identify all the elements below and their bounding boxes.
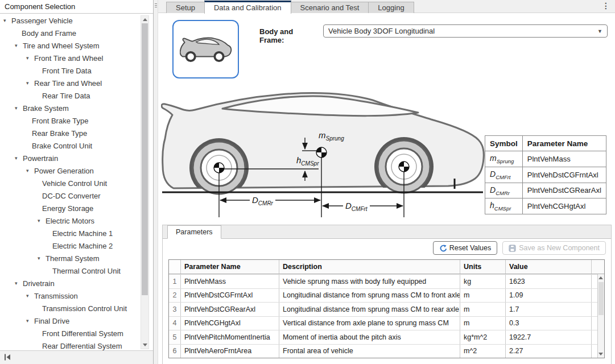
tree-item-transmission[interactable]: ▾Transmission [0,289,139,302]
tab-data-and-calibration[interactable]: Data and Calibration [204,1,291,14]
description-cell: Longitudinal distance from sprung mass C… [279,303,460,316]
parameter-row-plntvehcghgtaxl[interactable]: 4PlntVehCGHgtAxlVertical distance from a… [169,316,604,330]
collapse-panel-icon[interactable] [3,353,12,362]
save-as-new-component-button[interactable]: Save as New Component [502,241,606,255]
sidebar-title: Component Selection [0,0,153,14]
expand-collapse-arrow-icon[interactable]: ▾ [26,318,34,324]
parameter-row-plntvehmass[interactable]: 1PlntVehMassVehicle sprung mass with bod… [169,274,604,288]
tree-item-rear-brake-type[interactable]: Rear Brake Type [0,127,139,139]
tree-item-thermal-system[interactable]: ▾Thermal System [0,252,139,264]
tree-item-passenger-vehicle[interactable]: ▾Passenger Vehicle [0,14,139,27]
panel-splitter[interactable] [154,0,158,364]
tree-item-front-brake-type[interactable]: Front Brake Type [0,114,139,127]
symbol-cell: DCMFrt [485,167,523,183]
value-cell[interactable]: 2.27 [506,345,592,358]
body-and-frame-dropdown[interactable]: Vehicle Body 3DOF Longitudinal ▼ [323,24,608,38]
tab-scenario-and-test[interactable]: Scenario and Test [291,2,369,13]
tree-item-electric-motors[interactable]: ▾Electric Motors [0,214,139,227]
scroll-up-icon[interactable] [143,18,147,21]
tree-item-rear-tire-data[interactable]: Rear Tire Data [0,89,139,102]
expand-collapse-arrow-icon[interactable]: ▾ [15,106,23,111]
expand-collapse-arrow-icon[interactable]: ▾ [26,56,34,61]
tree-item-front-tire-and-wheel[interactable]: ▾Front Tire and Wheel [0,52,139,64]
parameter-row-plntvehdstcgfrntaxl[interactable]: 2PlntVehDstCGFrntAxlLongitudinal distanc… [169,288,604,303]
vehicle-thumbnail-card[interactable] [172,20,239,78]
tree-item-energy-storage[interactable]: Energy Storage [0,202,139,214]
expand-collapse-arrow-icon[interactable]: ▾ [38,218,46,224]
symbol-cell: mSprung [485,151,523,167]
tree-item-transmission-control-unit[interactable]: Transmission Control Unit [0,302,139,315]
reset-values-button[interactable]: Reset Values [433,241,497,255]
scrollbar-thumb[interactable] [599,282,604,315]
tab-setup[interactable]: Setup [166,2,205,13]
parameters-panel: Parameters Reset Values [162,225,612,364]
parameter-row-plntvehpitchmomentinertia[interactable]: 5PlntVehPitchMomentInertiaMoment of iner… [169,330,604,344]
expand-collapse-arrow-icon[interactable]: ▾ [15,156,23,161]
tree-item-label: Electric Machine 2 [52,242,113,250]
expand-collapse-arrow-icon[interactable]: ▾ [26,81,34,86]
scroll-up-icon[interactable] [599,276,603,279]
parameter-table-scrollbar[interactable] [597,274,604,358]
parameter-row-plntvehdstcgrearaxl[interactable]: 3PlntVehDstCGRearAxlLongitudinal distanc… [169,302,604,316]
scrollbar-thumb[interactable] [142,23,148,295]
scroll-down-icon[interactable] [599,353,603,355]
parameter-name-cell: PlntVehDstCGRearAxl [181,303,279,316]
tree-item-front-differential-system[interactable]: Front Differential System [0,327,139,340]
tree-item-label: Transmission Control Unit [42,304,127,313]
parameter-row-plntvehaerofrntarea[interactable]: 6PlntVehAeroFrntAreaFrontal area of vehi… [169,344,604,358]
value-cell[interactable]: 1.09 [506,289,592,303]
value-cell[interactable]: 1.7 [506,303,592,316]
value-cell[interactable]: 0.3 [506,317,592,330]
tree-item-label: Thermal System [46,254,100,263]
tree-item-vehicle-control-unit[interactable]: Vehicle Control Unit [0,177,139,189]
tree-item-brake-control-unit[interactable]: Brake Control Unit [0,139,139,152]
overflow-menu-icon[interactable]: ⋮ [602,1,610,10]
column-header-value: Value [506,260,592,274]
tab-logging[interactable]: Logging [368,2,414,13]
tree-item-rear-tire-and-wheel[interactable]: ▾Rear Tire and Wheel [0,77,139,89]
expand-collapse-arrow-icon[interactable]: ▾ [15,281,23,286]
component-tree: ▾Passenger VehicleBody and Frame▾Tire an… [0,14,139,350]
tree-item-label: Rear Tire Data [42,92,90,100]
expand-collapse-arrow-icon[interactable]: ▾ [38,256,46,261]
tree-item-electric-machine-2[interactable]: Electric Machine 2 [0,239,139,252]
tree-item-drivetrain[interactable]: ▾Drivetrain [0,277,139,289]
expand-collapse-arrow-icon[interactable]: ▾ [26,168,34,173]
tree-item-body-and-frame[interactable]: Body and Frame [0,27,139,39]
tree-item-label: Powertrain [23,154,58,163]
row-number-cell: 2 [169,289,181,303]
tree-item-brake-system[interactable]: ▾Brake System [0,102,139,114]
symbol-parameter-table: SymbolParameter Name mSprungPlntVehMassD… [485,135,606,214]
tree-item-power-generation[interactable]: ▾Power Generation [0,164,139,177]
expand-collapse-arrow-icon[interactable]: ▾ [26,293,34,299]
tree-item-final-drive[interactable]: ▾Final Drive [0,315,139,327]
column-header-parameter-name: Parameter Name [181,260,279,274]
tree-item-powertrain[interactable]: ▾Powertrain [0,152,139,164]
save-icon [509,245,516,252]
description-cell: Moment of inertia about the pitch axis [279,330,460,344]
value-cell[interactable]: 1623 [506,275,592,288]
column-header-description: Description [279,260,460,274]
tree-item-rear-differential-system[interactable]: Rear Differential System [0,340,139,350]
symbol-table-row: mSprungPlntVehMass [485,151,606,167]
tree-item-front-tire-data[interactable]: Front Tire Data [0,64,139,77]
units-cell: m [460,303,506,316]
value-cell[interactable]: 1922.7 [506,330,592,344]
scroll-down-icon[interactable] [143,344,147,346]
tree-item-tire-and-wheel-system[interactable]: ▾Tire and Wheel System [0,39,139,52]
tree-item-electric-machine-1[interactable]: Electric Machine 1 [0,227,139,239]
tree-scrollbar[interactable] [141,15,149,349]
component-selection-panel: Component Selection ▾Passenger VehicleBo… [0,0,154,364]
tree-item-thermal-control-unit[interactable]: Thermal Control Unit [0,264,139,277]
expand-collapse-arrow-icon[interactable]: ▾ [3,18,11,23]
parameter-name-cell: PlntVehCGHgtAxl [522,198,606,214]
expand-collapse-arrow-icon[interactable]: ▾ [15,43,23,48]
tree-item-label: Rear Tire and Wheel [34,79,102,88]
reset-icon [439,245,447,252]
tab-parameters[interactable]: Parameters [167,225,221,239]
tree-item-label: Rear Differential System [42,342,122,350]
tree-item-dc-dc-converter[interactable]: DC-DC Converter [0,189,139,202]
tree-item-label: Transmission [34,292,78,300]
splitter-grip-icon[interactable] [155,2,157,9]
symbol-table-header-symbol: Symbol [485,136,523,151]
